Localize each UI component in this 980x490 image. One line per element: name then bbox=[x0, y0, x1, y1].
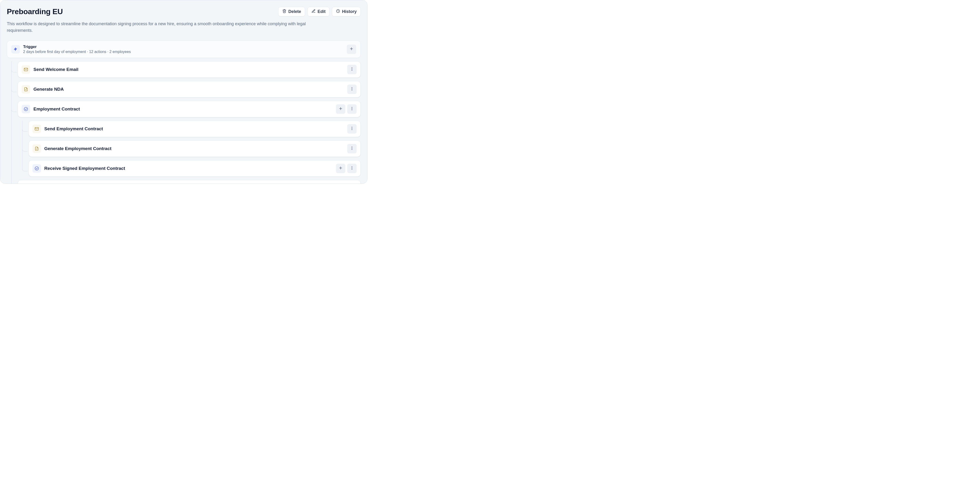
svg-point-22 bbox=[352, 147, 352, 147]
action-menu-button[interactable] bbox=[347, 164, 357, 173]
workflow-canvas: Trigger 2 days before first day of emplo… bbox=[7, 41, 361, 184]
trigger-title: Trigger bbox=[23, 45, 344, 49]
action-node: Send Employment Contract bbox=[22, 121, 361, 137]
delete-button[interactable]: Delete bbox=[278, 7, 305, 16]
add-child-action-button[interactable] bbox=[336, 183, 345, 184]
action-subtree: Send Employment Contract W bbox=[18, 121, 361, 177]
svg-point-29 bbox=[352, 168, 352, 168]
action-card-receive-signed-employment-contract[interactable]: Receive Signed Employment Contract bbox=[29, 160, 361, 177]
more-vertical-icon bbox=[350, 107, 354, 111]
svg-point-19 bbox=[352, 128, 352, 129]
header-actions: Delete Edit History bbox=[278, 7, 361, 16]
svg-point-9 bbox=[352, 89, 352, 89]
pencil-icon bbox=[312, 9, 316, 14]
svg-point-30 bbox=[352, 169, 352, 169]
edit-label: Edit bbox=[318, 9, 326, 14]
action-menu-button[interactable] bbox=[347, 104, 357, 114]
action-node: Offer Letter bbox=[11, 180, 361, 184]
file-icon: W bbox=[22, 85, 30, 94]
page-header: Preboarding EU Delete Edit History bbox=[7, 7, 361, 16]
page-title: Preboarding EU bbox=[7, 7, 63, 16]
svg-point-4 bbox=[352, 68, 352, 68]
svg-point-24 bbox=[352, 149, 352, 150]
check-circle-icon bbox=[32, 164, 41, 173]
action-node: Receive Signed Employment Contract bbox=[22, 160, 361, 177]
action-menu-button[interactable] bbox=[347, 183, 357, 184]
trash-icon bbox=[282, 9, 286, 14]
svg-point-14 bbox=[352, 107, 352, 108]
svg-point-15 bbox=[352, 108, 352, 109]
action-card-generate-nda[interactable]: W Generate NDA bbox=[18, 81, 361, 97]
svg-point-11 bbox=[24, 107, 28, 111]
svg-point-10 bbox=[352, 90, 352, 90]
svg-point-20 bbox=[352, 129, 352, 130]
action-title: Send Welcome Email bbox=[33, 67, 344, 72]
trigger-text: Trigger 2 days before first day of emplo… bbox=[23, 45, 344, 54]
svg-point-28 bbox=[352, 167, 352, 167]
action-menu-button[interactable] bbox=[347, 144, 357, 153]
action-title: Generate Employment Contract bbox=[44, 146, 344, 151]
plus-icon bbox=[339, 166, 343, 171]
add-child-action-button[interactable] bbox=[336, 104, 345, 114]
check-circle-icon bbox=[22, 105, 30, 113]
svg-point-18 bbox=[352, 127, 352, 127]
svg-text:W: W bbox=[36, 148, 38, 150]
trigger-card[interactable]: Trigger 2 days before first day of emplo… bbox=[7, 41, 361, 58]
trigger-subtitle: 2 days before first day of employment · … bbox=[23, 50, 344, 54]
action-menu-button[interactable] bbox=[347, 124, 357, 134]
history-label: History bbox=[342, 9, 357, 14]
edit-button[interactable]: Edit bbox=[307, 7, 329, 16]
action-node: W Generate Employment Contract bbox=[22, 140, 361, 157]
more-vertical-icon bbox=[350, 146, 354, 151]
add-child-action-button[interactable] bbox=[336, 164, 345, 173]
action-menu-button[interactable] bbox=[347, 65, 357, 74]
mail-icon bbox=[32, 125, 41, 133]
action-title: Employment Contract bbox=[33, 107, 332, 112]
svg-point-23 bbox=[352, 148, 352, 148]
action-node: Send Welcome Email bbox=[11, 61, 361, 78]
svg-point-8 bbox=[352, 88, 352, 88]
action-card-offer-letter[interactable]: Offer Letter bbox=[18, 180, 361, 184]
page-description: This workflow is designed to streamline … bbox=[7, 21, 332, 34]
plus-icon bbox=[349, 47, 353, 52]
delete-label: Delete bbox=[288, 9, 301, 14]
action-card-generate-employment-contract[interactable]: W Generate Employment Contract bbox=[29, 140, 361, 157]
action-card-employment-contract[interactable]: Employment Contract bbox=[18, 101, 361, 117]
bolt-icon bbox=[11, 45, 20, 54]
action-menu-button[interactable] bbox=[347, 84, 357, 94]
more-vertical-icon bbox=[350, 67, 354, 72]
action-node: Employment Contract bbox=[11, 101, 361, 177]
svg-point-5 bbox=[352, 69, 352, 69]
add-trigger-action-button[interactable] bbox=[347, 45, 356, 54]
svg-point-6 bbox=[352, 70, 352, 70]
action-tree: Send Welcome Email W Generate NDA bbox=[7, 61, 361, 184]
clock-icon bbox=[336, 9, 340, 14]
action-title: Send Employment Contract bbox=[44, 126, 344, 132]
more-vertical-icon bbox=[350, 126, 354, 131]
more-vertical-icon bbox=[350, 166, 354, 171]
svg-point-16 bbox=[352, 110, 352, 110]
action-title: Generate NDA bbox=[33, 87, 344, 92]
more-vertical-icon bbox=[350, 87, 354, 92]
action-title: Receive Signed Employment Contract bbox=[44, 166, 332, 171]
action-node: W Generate NDA bbox=[11, 81, 361, 97]
mail-icon bbox=[22, 65, 30, 74]
workflow-detail-page: Preboarding EU Delete Edit History bbox=[0, 0, 368, 184]
svg-text:W: W bbox=[25, 89, 27, 91]
plus-icon bbox=[339, 107, 343, 111]
svg-point-25 bbox=[35, 167, 39, 170]
file-icon: W bbox=[32, 145, 41, 153]
action-card-send-employment-contract[interactable]: Send Employment Contract bbox=[29, 121, 361, 137]
action-card-send-welcome-email[interactable]: Send Welcome Email bbox=[18, 61, 361, 78]
history-button[interactable]: History bbox=[332, 7, 361, 16]
